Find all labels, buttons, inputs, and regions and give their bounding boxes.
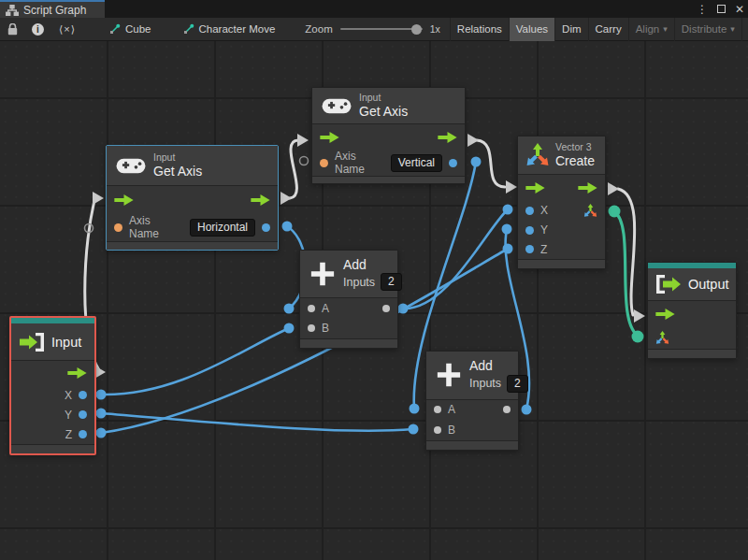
node-title: Get Axis [153, 164, 202, 179]
flow-in-arrow-icon[interactable] [655, 309, 675, 320]
gamepad-icon [116, 156, 146, 175]
vector3-icon [525, 143, 550, 167]
toggle-align[interactable]: Align ▾ [628, 18, 674, 41]
node-category: Input [359, 92, 408, 104]
input-a-port[interactable] [434, 406, 441, 413]
z-output-port[interactable] [79, 430, 87, 438]
input-b-port[interactable] [308, 324, 315, 332]
axis-name-port[interactable] [114, 223, 122, 232]
menu-icon[interactable]: ⋮ [697, 4, 708, 15]
vector3-output-port[interactable] [583, 204, 597, 218]
flow-out-arrow-icon[interactable] [67, 367, 87, 379]
zoom-label: Zoom [305, 23, 332, 35]
breadcrumb-character-move[interactable]: Character Move [174, 18, 285, 41]
param-label: Axis Name [129, 214, 183, 240]
wire-inputX-to-add1-b [101, 328, 289, 395]
flow-out-arrow-icon[interactable] [578, 182, 597, 194]
flow-in-arrow-icon[interactable] [320, 132, 339, 143]
sum-output-port[interactable] [382, 305, 390, 312]
node-title: Add [469, 358, 528, 374]
sum-output-port[interactable] [503, 406, 511, 413]
zoom-value: 1x [430, 23, 440, 35]
close-icon[interactable]: ✕ [735, 4, 744, 15]
plus-icon [436, 362, 462, 388]
node-get-axis-horizontal[interactable]: Input Get Axis Axis Name Horizontal [106, 145, 279, 251]
info-icon: i [32, 23, 44, 36]
plus-icon [309, 261, 336, 287]
lock-button[interactable] [0, 18, 24, 41]
x-output-port[interactable] [79, 391, 87, 399]
node-title: Output [688, 277, 729, 292]
y-port[interactable] [525, 226, 534, 235]
y-output-port[interactable] [79, 410, 87, 419]
gamepad-icon [322, 96, 352, 115]
param-label: Axis Name [335, 150, 384, 176]
breadcrumb-label: Cube [125, 23, 151, 35]
node-get-axis-vertical[interactable]: Input Get Axis Axis Name Vertical [311, 87, 466, 184]
flow-out-arrow-icon[interactable] [251, 194, 270, 206]
code-view-button[interactable]: ⟨×⟩ [51, 18, 83, 41]
toolbar-toggles: Relations Values Dim Carry Align ▾ Distr… [450, 18, 748, 41]
maximize-icon[interactable] [717, 5, 726, 13]
info-button[interactable]: i [24, 18, 51, 41]
inputs-count-field[interactable]: 2 [381, 273, 402, 291]
input-node-icon [19, 332, 45, 352]
flow-wire-vertical-to-vector3 [477, 140, 505, 187]
input-b-port[interactable] [434, 426, 441, 434]
graph-node-icon [183, 23, 194, 35]
flow-out-arrow-icon[interactable] [438, 132, 457, 143]
input-a-port[interactable] [308, 305, 315, 312]
lock-icon [7, 23, 18, 36]
toggle-distribute[interactable]: Distribute ▾ [674, 18, 741, 41]
tab-strip: Script Graph ⋮ ✕ [0, 0, 748, 18]
zoom-slider-handle[interactable] [411, 24, 422, 35]
graph-canvas[interactable]: Input Get Axis Axis Name Vertical Input … [0, 41, 748, 560]
chevron-down-icon: ▾ [663, 24, 668, 34]
breadcrumb-label: Character Move [199, 23, 276, 35]
axis-name-port[interactable] [320, 159, 328, 167]
node-vector3-create[interactable]: Vector 3 Create X Y Z [517, 136, 606, 269]
graph-node-icon [109, 23, 121, 35]
flow-wire-horizontal-to-vertical [290, 140, 298, 198]
node-add-1[interactable]: Add Inputs 2 A B [299, 250, 398, 349]
chevron-down-icon: ▾ [730, 24, 735, 34]
flow-in-arrow-icon[interactable] [525, 182, 545, 194]
inputs-count-field[interactable]: 2 [507, 375, 528, 393]
node-category: Input [153, 151, 202, 164]
breadcrumb-cube[interactable]: Cube [100, 18, 161, 41]
axis-name-field[interactable]: Horizontal [190, 219, 255, 237]
node-title: Input [51, 335, 81, 350]
node-add-2[interactable]: Add Inputs 2 A B [425, 351, 519, 451]
z-port[interactable] [525, 245, 534, 253]
axis-name-field[interactable]: Vertical [391, 154, 442, 172]
tab-script-graph[interactable]: Script Graph [0, 0, 105, 18]
toggle-values[interactable]: Values [509, 18, 554, 41]
code-icon: ⟨×⟩ [59, 23, 76, 36]
zoom-control: Zoom 1x [305, 23, 440, 35]
node-title: Create [555, 153, 595, 169]
result-port[interactable] [262, 223, 270, 232]
node-graph-input[interactable]: Input X Y Z [9, 316, 96, 455]
node-title: Get Axis [359, 104, 408, 120]
zoom-slider[interactable] [340, 28, 423, 30]
node-category: Vector 3 [555, 141, 595, 153]
inputs-label: Inputs [469, 377, 501, 390]
window-controls: ⋮ ✕ [697, 0, 744, 18]
node-graph-output[interactable]: Output [647, 262, 737, 359]
toggle-relations[interactable]: Relations [450, 18, 509, 41]
output-node-icon [655, 274, 682, 294]
node-title: Add [343, 257, 402, 273]
inputs-label: Inputs [343, 276, 375, 289]
tab-title: Script Graph [23, 4, 86, 17]
script-graph-icon [6, 5, 19, 16]
result-port[interactable] [449, 159, 457, 167]
graph-toolbar: i ⟨×⟩ Cube Character Move Zoom 1x Relati… [0, 18, 748, 41]
toggle-overview[interactable]: Overv [741, 18, 748, 41]
toggle-dim[interactable]: Dim [554, 18, 587, 41]
vector3-input-port[interactable] [655, 331, 669, 345]
toggle-carry[interactable]: Carry [588, 18, 628, 41]
x-port[interactable] [525, 207, 534, 215]
flow-in-arrow-icon[interactable] [114, 194, 134, 206]
